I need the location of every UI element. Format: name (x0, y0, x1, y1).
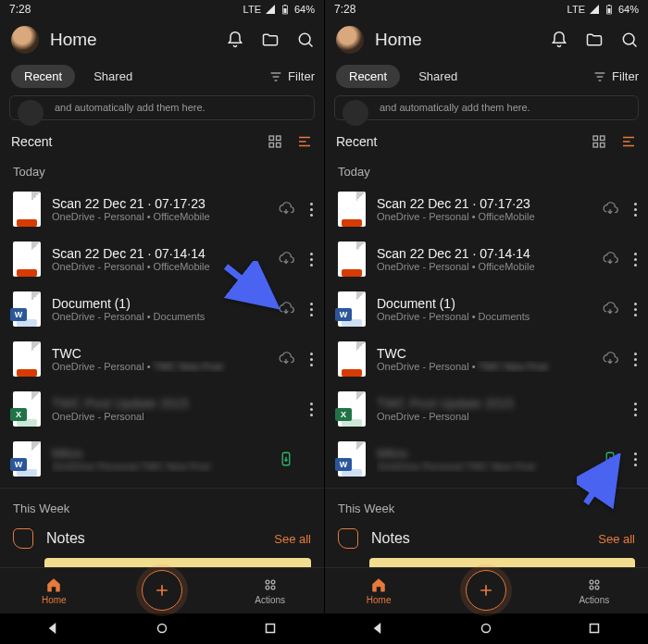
tab-recent[interactable]: Recent (11, 65, 75, 88)
cloud-download-icon[interactable] (602, 201, 618, 217)
scan-banner[interactable]: and automatically add them here. (9, 95, 315, 120)
cloud-download-icon[interactable] (278, 251, 294, 267)
bell-icon[interactable] (226, 31, 244, 49)
more-icon[interactable] (628, 452, 642, 466)
svg-rect-5 (269, 143, 274, 148)
svg-point-22 (590, 580, 593, 584)
file-row[interactable]: X TWC Post Update 2015OneDrive - Persona… (0, 384, 324, 434)
svg-rect-14 (607, 8, 610, 13)
see-all-link[interactable]: See all (274, 532, 311, 546)
more-icon[interactable] (304, 203, 318, 217)
cloud-download-icon[interactable] (278, 351, 294, 367)
more-icon[interactable] (304, 353, 318, 366)
more-icon[interactable] (628, 402, 642, 416)
back-icon[interactable] (45, 620, 62, 637)
back-icon[interactable] (370, 620, 387, 637)
folder-icon[interactable] (261, 31, 280, 49)
file-title: Document (1) (377, 296, 591, 311)
tab-recent[interactable]: Recent (336, 65, 400, 88)
pdf-icon (338, 341, 366, 377)
file-title: Scan 22 Dec 21 · 07·17·23 (377, 196, 591, 211)
bell-icon[interactable] (550, 31, 568, 49)
more-icon[interactable] (304, 402, 318, 416)
note-card[interactable] (369, 558, 635, 566)
avatar[interactable] (336, 26, 364, 54)
file-row[interactable]: TWCOneDrive - Personal • TWC New Post (325, 334, 648, 384)
svg-rect-3 (269, 136, 274, 141)
notes-title: Notes (46, 530, 274, 547)
on-device-icon[interactable] (278, 451, 294, 467)
file-title: Scan 22 Dec 21 · 07·14·14 (52, 246, 267, 261)
grid-view-icon[interactable] (267, 133, 283, 150)
create-fab[interactable] (142, 570, 182, 611)
folder-icon[interactable] (585, 31, 604, 49)
search-icon[interactable] (620, 31, 639, 49)
tab-shared[interactable]: Shared (405, 65, 470, 88)
file-row[interactable]: Scan 22 Dec 21 · 07·17·23OneDrive - Pers… (0, 184, 324, 234)
cloud-download-icon[interactable] (278, 201, 294, 217)
scan-banner-icon (18, 100, 44, 126)
more-icon[interactable] (628, 203, 642, 217)
file-sub: OneDrive Personal TWC New Post (52, 461, 267, 472)
cloud-download-icon[interactable] (602, 351, 618, 367)
avatar[interactable] (11, 26, 39, 54)
cloud-download-icon[interactable] (602, 301, 618, 317)
more-icon[interactable] (628, 253, 642, 266)
file-sub: OneDrive - Personal • Documents (52, 311, 267, 322)
svg-rect-6 (277, 143, 281, 148)
file-row[interactable]: W Document (1)OneDrive - Personal • Docu… (325, 284, 648, 334)
pdf-icon (13, 192, 41, 227)
status-network: LTE (567, 4, 585, 15)
scan-banner-icon (343, 100, 368, 126)
status-time: 7:28 (334, 3, 355, 16)
file-row[interactable]: Scan 22 Dec 21 · 07·14·14OneDrive - Pers… (0, 234, 324, 284)
nav-actions[interactable]: Actions (216, 568, 324, 613)
file-row[interactable]: TWCOneDrive - Personal • TWC New Post (0, 334, 324, 384)
create-fab[interactable] (466, 570, 506, 611)
svg-point-2 (299, 34, 310, 45)
file-row[interactable]: Scan 22 Dec 21 · 07·17·23OneDrive - Pers… (325, 184, 648, 234)
file-sub: OneDrive - Personal • OfficeMobile (377, 261, 591, 272)
tabs-row: Recent Shared Filter (325, 61, 648, 95)
see-all-link[interactable]: See all (598, 532, 635, 546)
file-title: Mitos (377, 446, 591, 461)
scan-banner-text: and automatically add them here. (380, 102, 530, 113)
file-sub: OneDrive - Personal • TWC New Post (52, 361, 267, 372)
on-device-icon[interactable] (602, 451, 618, 467)
excel-icon: X (338, 391, 366, 427)
more-icon[interactable] (628, 303, 642, 316)
group-this-week: This Week (325, 488, 648, 521)
section-label: Recent (336, 134, 377, 149)
file-row[interactable]: W MitosOneDrive Personal TWC New Post (0, 434, 324, 484)
section-head-recent: Recent (0, 128, 324, 155)
cloud-download-icon[interactable] (602, 251, 618, 267)
more-icon[interactable] (304, 303, 318, 316)
note-card[interactable] (44, 558, 311, 566)
nav-home[interactable]: Home (0, 568, 108, 613)
file-sub: OneDrive - Personal • TWC New Post (377, 361, 591, 372)
cloud-download-icon[interactable] (278, 301, 294, 317)
filter-button[interactable]: Filter (268, 69, 315, 84)
plus-icon (153, 581, 171, 600)
nav-home[interactable]: Home (325, 568, 432, 613)
more-icon[interactable] (628, 353, 642, 366)
scan-banner[interactable]: and automatically add them here. (334, 95, 639, 120)
file-row[interactable]: W Document (1)OneDrive - Personal • Docu… (0, 284, 324, 334)
file-row[interactable]: Scan 22 Dec 21 · 07·14·14OneDrive - Pers… (325, 234, 648, 284)
filter-button[interactable]: Filter (592, 69, 639, 84)
recents-icon[interactable] (586, 620, 603, 637)
file-sub: OneDrive - Personal • OfficeMobile (377, 211, 591, 222)
grid-view-icon[interactable] (591, 133, 607, 150)
file-row[interactable]: X TWC Post Update 2015OneDrive - Persona… (325, 384, 648, 434)
more-icon[interactable] (304, 253, 318, 266)
recents-icon[interactable] (262, 620, 279, 637)
search-icon[interactable] (296, 31, 315, 49)
home-sys-icon[interactable] (478, 620, 494, 637)
svg-rect-19 (593, 143, 598, 148)
home-sys-icon[interactable] (154, 620, 170, 637)
tab-shared[interactable]: Shared (81, 65, 145, 88)
file-row[interactable]: W MitosOneDrive Personal TWC New Post (325, 434, 648, 484)
list-view-icon[interactable] (296, 133, 313, 150)
list-view-icon[interactable] (620, 133, 637, 150)
nav-actions[interactable]: Actions (541, 568, 648, 613)
